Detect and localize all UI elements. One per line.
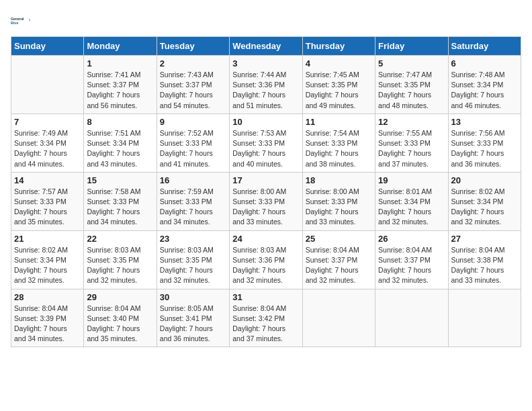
calendar-cell <box>11 56 84 114</box>
day-info: Sunrise: 7:59 AM Sunset: 3:33 PM Dayligh… <box>160 187 226 228</box>
logo-icon: General Blue <box>11 11 31 31</box>
day-of-week-header: Tuesday <box>157 37 229 56</box>
day-number: 31 <box>232 292 299 302</box>
day-info: Sunrise: 8:01 AM Sunset: 3:34 PM Dayligh… <box>378 187 445 228</box>
calendar-cell: 24Sunrise: 8:03 AM Sunset: 3:36 PM Dayli… <box>230 230 302 289</box>
calendar-week-row: 21Sunrise: 8:02 AM Sunset: 3:34 PM Dayli… <box>11 230 521 289</box>
day-number: 8 <box>87 117 153 127</box>
page-header: General Blue <box>11 11 521 31</box>
day-number: 11 <box>306 117 372 127</box>
calendar-cell: 21Sunrise: 8:02 AM Sunset: 3:34 PM Dayli… <box>11 230 84 289</box>
calendar-week-row: 7Sunrise: 7:49 AM Sunset: 3:34 PM Daylig… <box>11 113 521 172</box>
svg-text:Blue: Blue <box>11 21 18 25</box>
calendar-cell: 20Sunrise: 8:02 AM Sunset: 3:34 PM Dayli… <box>448 172 521 230</box>
calendar-table: SundayMondayTuesdayWednesdayThursdayFrid… <box>11 36 521 347</box>
calendar-cell: 30Sunrise: 8:05 AM Sunset: 3:41 PM Dayli… <box>157 289 229 347</box>
day-number: 18 <box>306 175 372 185</box>
day-info: Sunrise: 8:03 AM Sunset: 3:35 PM Dayligh… <box>87 245 153 286</box>
calendar-cell: 25Sunrise: 8:04 AM Sunset: 3:37 PM Dayli… <box>302 230 375 289</box>
day-info: Sunrise: 7:58 AM Sunset: 3:33 PM Dayligh… <box>87 187 153 228</box>
svg-marker-3 <box>29 18 30 21</box>
calendar-cell: 9Sunrise: 7:52 AM Sunset: 3:33 PM Daylig… <box>157 113 229 172</box>
calendar-cell: 26Sunrise: 8:04 AM Sunset: 3:37 PM Dayli… <box>375 230 448 289</box>
day-number: 19 <box>378 175 445 185</box>
calendar-cell: 14Sunrise: 7:57 AM Sunset: 3:33 PM Dayli… <box>11 172 84 230</box>
day-number: 10 <box>232 117 299 127</box>
calendar-cell: 3Sunrise: 7:44 AM Sunset: 3:36 PM Daylig… <box>230 56 302 114</box>
calendar-week-row: 28Sunrise: 8:04 AM Sunset: 3:39 PM Dayli… <box>11 289 521 347</box>
day-number: 3 <box>232 58 299 68</box>
day-info: Sunrise: 7:54 AM Sunset: 3:33 PM Dayligh… <box>306 128 372 169</box>
calendar-cell: 18Sunrise: 8:00 AM Sunset: 3:33 PM Dayli… <box>302 172 375 230</box>
day-info: Sunrise: 8:05 AM Sunset: 3:41 PM Dayligh… <box>160 304 226 345</box>
calendar-cell: 15Sunrise: 7:58 AM Sunset: 3:33 PM Dayli… <box>84 172 157 230</box>
day-info: Sunrise: 7:55 AM Sunset: 3:33 PM Dayligh… <box>378 128 445 169</box>
day-number: 16 <box>160 175 226 185</box>
day-number: 14 <box>14 175 81 185</box>
calendar-cell: 27Sunrise: 8:04 AM Sunset: 3:38 PM Dayli… <box>448 230 521 289</box>
svg-marker-2 <box>28 17 31 20</box>
day-info: Sunrise: 7:44 AM Sunset: 3:36 PM Dayligh… <box>232 70 299 111</box>
day-number: 7 <box>14 117 81 127</box>
day-info: Sunrise: 7:43 AM Sunset: 3:37 PM Dayligh… <box>160 70 226 111</box>
calendar-cell: 1Sunrise: 7:41 AM Sunset: 3:37 PM Daylig… <box>84 56 157 114</box>
calendar-cell: 29Sunrise: 8:04 AM Sunset: 3:40 PM Dayli… <box>84 289 157 347</box>
day-info: Sunrise: 7:48 AM Sunset: 3:34 PM Dayligh… <box>451 70 518 111</box>
day-info: Sunrise: 7:51 AM Sunset: 3:34 PM Dayligh… <box>87 128 153 169</box>
calendar-cell: 5Sunrise: 7:47 AM Sunset: 3:35 PM Daylig… <box>375 56 448 114</box>
day-info: Sunrise: 8:00 AM Sunset: 3:33 PM Dayligh… <box>232 187 299 228</box>
logo: General Blue <box>11 11 31 31</box>
calendar-cell: 17Sunrise: 8:00 AM Sunset: 3:33 PM Dayli… <box>230 172 302 230</box>
day-info: Sunrise: 8:03 AM Sunset: 3:35 PM Dayligh… <box>160 245 226 286</box>
day-info: Sunrise: 8:04 AM Sunset: 3:38 PM Dayligh… <box>451 245 518 286</box>
svg-text:General: General <box>11 17 24 21</box>
day-info: Sunrise: 8:04 AM Sunset: 3:37 PM Dayligh… <box>306 245 372 286</box>
day-info: Sunrise: 7:45 AM Sunset: 3:35 PM Dayligh… <box>306 70 372 111</box>
day-number: 27 <box>451 234 518 244</box>
day-number: 2 <box>160 58 226 68</box>
calendar-week-row: 1Sunrise: 7:41 AM Sunset: 3:37 PM Daylig… <box>11 56 521 114</box>
calendar-cell: 19Sunrise: 8:01 AM Sunset: 3:34 PM Dayli… <box>375 172 448 230</box>
calendar-cell <box>448 289 521 347</box>
day-number: 29 <box>87 292 153 302</box>
day-info: Sunrise: 8:04 AM Sunset: 3:42 PM Dayligh… <box>232 304 299 345</box>
day-number: 12 <box>378 117 445 127</box>
day-info: Sunrise: 7:57 AM Sunset: 3:33 PM Dayligh… <box>14 187 81 228</box>
day-info: Sunrise: 8:04 AM Sunset: 3:40 PM Dayligh… <box>87 304 153 345</box>
day-number: 1 <box>87 58 153 68</box>
day-number: 25 <box>306 234 372 244</box>
day-number: 21 <box>14 234 81 244</box>
day-number: 24 <box>232 234 299 244</box>
day-number: 6 <box>451 58 518 68</box>
calendar-cell <box>375 289 448 347</box>
day-info: Sunrise: 7:49 AM Sunset: 3:34 PM Dayligh… <box>14 128 81 169</box>
calendar-cell: 8Sunrise: 7:51 AM Sunset: 3:34 PM Daylig… <box>84 113 157 172</box>
day-info: Sunrise: 7:53 AM Sunset: 3:33 PM Dayligh… <box>232 128 299 169</box>
day-number: 17 <box>232 175 299 185</box>
day-info: Sunrise: 8:00 AM Sunset: 3:33 PM Dayligh… <box>306 187 372 228</box>
day-number: 30 <box>160 292 226 302</box>
calendar-cell: 10Sunrise: 7:53 AM Sunset: 3:33 PM Dayli… <box>230 113 302 172</box>
calendar-cell: 4Sunrise: 7:45 AM Sunset: 3:35 PM Daylig… <box>302 56 375 114</box>
day-of-week-header: Friday <box>375 37 448 56</box>
day-info: Sunrise: 7:47 AM Sunset: 3:35 PM Dayligh… <box>378 70 445 111</box>
day-number: 5 <box>378 58 445 68</box>
day-number: 9 <box>160 117 226 127</box>
day-number: 28 <box>14 292 81 302</box>
day-info: Sunrise: 8:02 AM Sunset: 3:34 PM Dayligh… <box>451 187 518 228</box>
calendar-cell: 22Sunrise: 8:03 AM Sunset: 3:35 PM Dayli… <box>84 230 157 289</box>
day-info: Sunrise: 8:04 AM Sunset: 3:37 PM Dayligh… <box>378 245 445 286</box>
day-number: 22 <box>87 234 153 244</box>
day-number: 23 <box>160 234 226 244</box>
day-info: Sunrise: 7:41 AM Sunset: 3:37 PM Dayligh… <box>87 70 153 111</box>
day-of-week-header: Wednesday <box>230 37 302 56</box>
calendar-cell: 12Sunrise: 7:55 AM Sunset: 3:33 PM Dayli… <box>375 113 448 172</box>
day-info: Sunrise: 8:02 AM Sunset: 3:34 PM Dayligh… <box>14 245 81 286</box>
calendar-cell: 31Sunrise: 8:04 AM Sunset: 3:42 PM Dayli… <box>230 289 302 347</box>
day-of-week-header: Sunday <box>11 37 84 56</box>
day-info: Sunrise: 8:03 AM Sunset: 3:36 PM Dayligh… <box>232 245 299 286</box>
day-info: Sunrise: 7:52 AM Sunset: 3:33 PM Dayligh… <box>160 128 226 169</box>
calendar-cell <box>302 289 375 347</box>
day-number: 13 <box>451 117 518 127</box>
calendar-cell: 11Sunrise: 7:54 AM Sunset: 3:33 PM Dayli… <box>302 113 375 172</box>
